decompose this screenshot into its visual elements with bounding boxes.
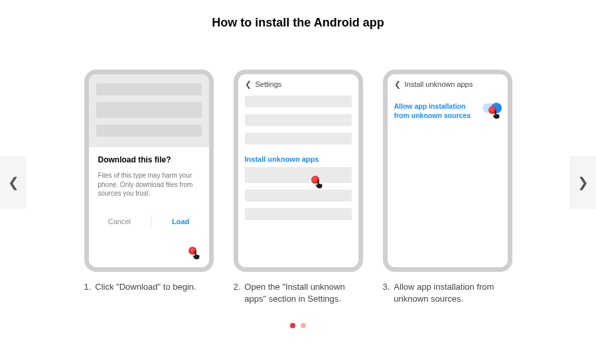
header-title: Install unknown apps [405, 80, 473, 88]
placeholder-bar [245, 95, 352, 107]
chevron-left-icon: ❮ [394, 80, 401, 89]
chevron-left-icon: ❮ [245, 80, 252, 89]
toggle-label: Allow app installation from unknown sour… [394, 102, 477, 120]
phone-header: ❮ Install unknown apps [388, 74, 508, 95]
step-text: Allow app installation from unknown sour… [394, 281, 512, 304]
placeholder-bar [245, 133, 352, 145]
placeholder-bar [245, 114, 352, 126]
placeholder-bar [96, 102, 202, 118]
carousel-pagination [0, 323, 596, 328]
dialog-actions: Cancel Load [98, 215, 200, 227]
action-divider [151, 215, 151, 227]
settings-list [238, 167, 358, 220]
placeholder-bar [245, 208, 352, 220]
phone-mockup: ❮ Settings Install unknown apps [234, 70, 363, 272]
settings-list [238, 95, 358, 145]
step-text: Open the "Install unknown apps" section … [244, 281, 362, 304]
touch-indicator-icon [310, 176, 325, 190]
step-caption: 1. Click "Download" to begin. [84, 281, 214, 293]
page-title: How to install the Android app [0, 16, 596, 30]
step-caption: 3. Allow app installation from unknown s… [383, 281, 512, 304]
step-1: Download this file? Files of this type m… [84, 70, 214, 304]
placeholder-bar [245, 167, 352, 183]
step-caption: 2. Open the "Install unknown apps" secti… [234, 281, 363, 304]
header-title: Settings [256, 80, 282, 88]
touch-indicator-icon [187, 247, 202, 261]
placeholder-bar [245, 190, 352, 202]
dialog-body: Files of this type may harm your phone. … [98, 171, 200, 198]
dialog-title: Download this file? [98, 155, 200, 164]
step-number: 3. [383, 281, 390, 304]
phone-grey-area [89, 74, 209, 147]
step-text: Click "Download" to begin. [95, 281, 196, 293]
step-number: 1. [84, 281, 92, 293]
phone-header: ❮ Settings [238, 74, 358, 95]
step-2: ❮ Settings Install unknown apps 2. Open … [234, 70, 363, 304]
download-dialog: Download this file? Files of this type m… [89, 147, 209, 227]
load-button[interactable]: Load [172, 217, 189, 225]
pagination-dot[interactable] [301, 323, 306, 328]
placeholder-bar [96, 125, 202, 137]
step-3: ❮ Install unknown apps Allow app install… [383, 70, 512, 304]
steps-carousel: Download this file? Files of this type m… [0, 70, 596, 304]
touch-indicator-icon [487, 106, 502, 121]
install-unknown-apps-link[interactable]: Install unknown apps [238, 151, 358, 167]
cancel-button[interactable]: Cancel [108, 217, 131, 225]
phone-mockup: ❮ Install unknown apps Allow app install… [383, 70, 512, 272]
placeholder-bar [96, 84, 202, 95]
pagination-dot[interactable] [290, 323, 295, 328]
phone-mockup: Download this file? Files of this type m… [84, 70, 214, 272]
step-number: 2. [234, 281, 241, 304]
